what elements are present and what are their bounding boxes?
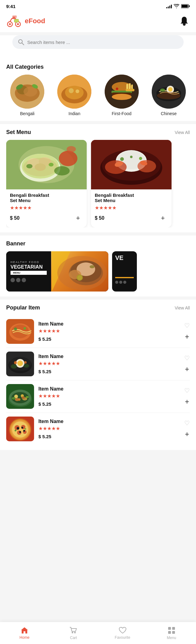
svg-point-33 <box>116 88 118 90</box>
svg-rect-118 <box>172 627 175 630</box>
svg-point-49 <box>26 164 33 168</box>
nav-favourite[interactable]: Favourite <box>113 627 132 640</box>
svg-point-110 <box>19 431 21 433</box>
banner-title: Banner <box>6 240 190 247</box>
popular-item-3-favourite-button[interactable]: ♡ <box>184 419 190 427</box>
svg-point-71 <box>77 274 83 281</box>
categories-section: All Categories Bengali <box>0 59 196 121</box>
popular-item-2-stars: ★★★★★ <box>38 393 180 399</box>
svg-point-99 <box>26 396 29 398</box>
popular-item-2-actions: ♡ + <box>184 387 190 406</box>
set-menu-card-0-price: $ 50 <box>10 215 20 221</box>
home-icon <box>20 627 28 634</box>
category-fastfood[interactable]: First-Food <box>105 75 139 116</box>
instagram-icon <box>22 278 26 282</box>
svg-rect-119 <box>168 631 171 634</box>
category-fastfood-label: First-Food <box>112 111 132 116</box>
svg-rect-1 <box>182 5 188 8</box>
svg-point-53 <box>54 166 70 175</box>
popular-view-all[interactable]: View All <box>175 305 190 310</box>
set-menu-card-0-body: Bengali BreakfastSet Menu ★★★★★ <box>6 189 87 211</box>
svg-point-67 <box>69 261 103 285</box>
heart-nav-icon <box>119 627 127 634</box>
set-menu-card-1-img <box>91 140 172 189</box>
set-menu-header: Set Menu View All <box>6 129 190 136</box>
search-bar[interactable] <box>12 35 184 49</box>
banner-card-0[interactable]: HEALTHY FOOD VEGETARIAN MENU <box>6 251 108 292</box>
popular-item-0: Item Name ★★★★★ $ 5.25 ♡ + <box>6 315 190 348</box>
category-bengali[interactable]: Bengali <box>10 75 44 116</box>
banner-social-icons <box>11 278 47 282</box>
popular-item-0-img <box>6 319 34 344</box>
svg-point-109 <box>21 427 23 429</box>
set-menu-card-1[interactable]: Bengali BreakfastSet Menu ★★★★★ $ 50 + <box>91 140 172 227</box>
popular-item-1-price: $ 5.25 <box>38 369 180 374</box>
status-icons <box>166 4 190 8</box>
nav-menu[interactable]: Menu <box>162 626 181 640</box>
category-indian[interactable]: Indian <box>57 75 91 116</box>
popular-item-2-img <box>6 384 34 409</box>
popular-item-2-info: Item Name ★★★★★ $ 5.25 <box>38 386 180 407</box>
set-menu-view-all[interactable]: View All <box>175 130 190 135</box>
signal-icon <box>166 4 172 8</box>
set-menu-card-0[interactable]: Bengali BreakfastSet Menu ★★★★★ $ 50 + <box>6 140 87 227</box>
popular-item-2-name: Item Name <box>38 386 180 392</box>
popular-section: Popular Item View All Item Name ★★★★★ $ … <box>0 300 196 450</box>
set-menu-card-1-name: Bengali BreakfastSet Menu <box>95 192 168 203</box>
popular-item-0-price: $ 5.25 <box>38 336 180 342</box>
set-menu-title: Set Menu <box>6 129 31 136</box>
status-bar: 9:41 <box>0 0 196 11</box>
svg-rect-117 <box>168 627 171 630</box>
nav-cart[interactable]: Cart <box>64 626 83 640</box>
svg-point-65 <box>130 156 133 158</box>
set-menu-card-0-stars: ★★★★★ <box>10 205 83 211</box>
popular-item-3-name: Item Name <box>38 419 180 424</box>
svg-point-78 <box>24 327 26 330</box>
categories-row: Bengali Indian <box>6 75 190 116</box>
svg-rect-7 <box>12 15 17 18</box>
notification-bell-button[interactable] <box>179 15 190 27</box>
popular-item-0-favourite-button[interactable]: ♡ <box>184 322 190 329</box>
popular-item-0-actions: ♡ + <box>184 322 190 341</box>
popular-item-3-info: Item Name ★★★★★ $ 5.25 <box>38 419 180 439</box>
popular-item-1-name: Item Name <box>38 354 180 359</box>
svg-rect-120 <box>172 631 175 634</box>
popular-item-3-add-button[interactable]: + <box>185 430 189 439</box>
cart-icon <box>69 626 77 634</box>
set-menu-card-1-add-button[interactable]: + <box>158 213 168 223</box>
popular-item-2-add-button[interactable]: + <box>185 397 189 406</box>
svg-point-59 <box>105 160 127 174</box>
popular-item-0-add-button[interactable]: + <box>185 332 189 341</box>
svg-point-23 <box>76 89 79 93</box>
set-menu-card-0-add-button[interactable]: + <box>73 213 83 223</box>
svg-point-4 <box>9 23 11 25</box>
set-menu-card-1-stars: ★★★★★ <box>95 205 168 211</box>
svg-point-69 <box>77 262 95 276</box>
svg-point-63 <box>120 157 124 161</box>
svg-point-28 <box>112 94 132 100</box>
popular-item-2-price: $ 5.25 <box>38 401 180 407</box>
popular-item-1-stars: ★★★★★ <box>38 361 180 366</box>
popular-item-3: Item Name ★★★★★ $ 5.25 ♡ + <box>6 413 190 445</box>
svg-point-39 <box>160 89 165 92</box>
category-chinese[interactable]: Chinese <box>152 75 186 116</box>
set-menu-card-1-footer: $ 50 + <box>91 213 172 223</box>
popular-item-1-favourite-button[interactable]: ♡ <box>184 354 190 362</box>
svg-point-85 <box>24 364 29 368</box>
nav-menu-label: Menu <box>167 636 176 640</box>
search-input[interactable] <box>27 40 178 45</box>
facebook-icon <box>11 278 15 282</box>
popular-item-2-favourite-button[interactable]: ♡ <box>184 387 190 394</box>
svg-point-38 <box>168 87 172 92</box>
banner-healthy-text: HEALTHY FOOD <box>11 261 47 264</box>
svg-point-83 <box>17 361 23 366</box>
banner-menu-text: MENU <box>11 271 47 275</box>
efood-logo-icon <box>6 14 22 28</box>
banner-card-1[interactable]: VE <box>112 251 137 292</box>
banner-card-1-stripe <box>115 277 134 278</box>
svg-point-96 <box>15 398 19 401</box>
nav-home[interactable]: Home <box>15 627 34 640</box>
popular-item-1-add-button[interactable]: + <box>185 365 189 374</box>
banner-card-1-label: VE <box>115 254 134 261</box>
svg-point-51 <box>59 151 77 166</box>
